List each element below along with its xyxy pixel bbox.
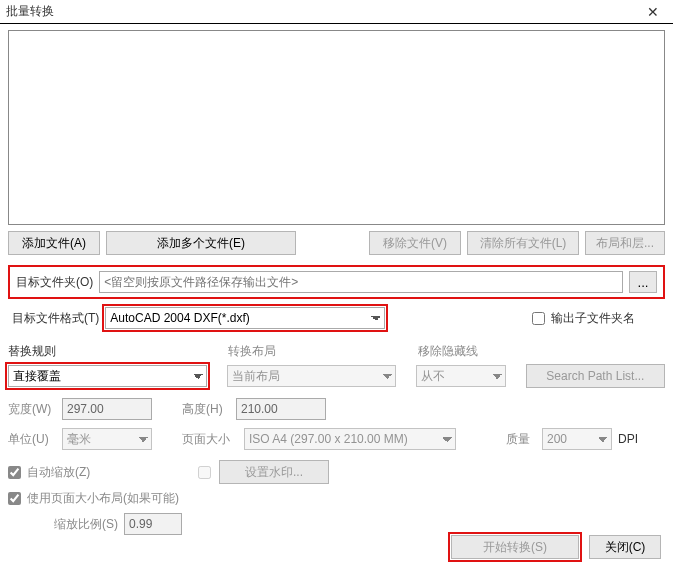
convert-layout-select: 当前布局 — [227, 365, 396, 387]
convert-layout-label: 转换布局 — [228, 344, 276, 358]
height-label: 高度(H) — [182, 401, 230, 418]
search-path-button[interactable]: Search Path List... — [526, 364, 665, 388]
close-icon[interactable]: ✕ — [639, 4, 667, 20]
quality-label: 质量 — [506, 431, 536, 448]
dialog-body: 添加文件(A) 添加多个文件(E) 移除文件(V) 清除所有文件(L) 布局和层… — [0, 24, 673, 543]
target-format-select[interactable]: AutoCAD 2004 DXF(*.dxf) — [105, 307, 385, 329]
pagesize-select: ISO A4 (297.00 x 210.00 MM) — [244, 428, 456, 450]
clear-all-button[interactable]: 清除所有文件(L) — [467, 231, 579, 255]
unit-field: 单位(U) 毫米 — [8, 428, 152, 450]
window-title: 批量转换 — [6, 3, 54, 20]
file-toolbar: 添加文件(A) 添加多个文件(E) 移除文件(V) 清除所有文件(L) 布局和层… — [8, 231, 665, 255]
width-field: 宽度(W) — [8, 398, 152, 420]
scale-ratio-label: 缩放比例(S) — [54, 516, 118, 533]
use-page-layout-checkbox[interactable] — [8, 492, 21, 505]
pagesize-label: 页面大小 — [182, 431, 238, 448]
output-subfolder-label: 输出子文件夹名 — [551, 310, 635, 327]
auto-scale-checkbox[interactable] — [8, 466, 21, 479]
add-multi-files-button[interactable]: 添加多个文件(E) — [106, 231, 296, 255]
options-row-2: 使用页面大小布局(如果可能) — [8, 490, 665, 507]
target-format-label: 目标文件格式(T) — [12, 310, 99, 327]
layout-layer-button[interactable]: 布局和层... — [585, 231, 665, 255]
scale-ratio-row: 缩放比例(S) — [8, 513, 665, 535]
unit-select: 毫米 — [62, 428, 152, 450]
set-watermark-button[interactable]: 设置水印... — [219, 460, 329, 484]
scale-ratio-input — [124, 513, 182, 535]
auto-scale-field[interactable]: 自动缩放(Z) — [8, 464, 168, 481]
unit-label: 单位(U) — [8, 431, 56, 448]
rules-header-row: 替换规则 转换布局 移除隐藏线 — [8, 343, 665, 360]
height-field: 高度(H) — [182, 398, 326, 420]
auto-scale-label: 自动缩放(Z) — [27, 464, 90, 481]
hide-lines-select: 从不 — [416, 365, 506, 387]
dims-row-2: 单位(U) 毫米 页面大小 ISO A4 (297.00 x 210.00 MM… — [8, 428, 665, 450]
remove-file-button[interactable]: 移除文件(V) — [369, 231, 461, 255]
width-label: 宽度(W) — [8, 401, 56, 418]
target-format-row: 目标文件格式(T) AutoCAD 2004 DXF(*.dxf) 输出子文件夹… — [8, 307, 665, 329]
width-input — [62, 398, 152, 420]
replace-rule-select[interactable]: 直接覆盖 — [8, 365, 207, 387]
height-input — [236, 398, 326, 420]
quality-field: 质量 200 DPI — [506, 428, 666, 450]
target-folder-label: 目标文件夹(O) — [16, 274, 93, 291]
dpi-label: DPI — [618, 432, 666, 446]
footer: 开始转换(S) 关闭(C) — [451, 535, 661, 559]
replace-rule-label: 替换规则 — [8, 344, 56, 358]
watermark-checkbox — [198, 466, 211, 479]
dims-row-1: 宽度(W) 高度(H) — [8, 398, 665, 420]
add-file-button[interactable]: 添加文件(A) — [8, 231, 100, 255]
pagesize-field: 页面大小 ISO A4 (297.00 x 210.00 MM) — [182, 428, 456, 450]
browse-folder-button[interactable]: ... — [629, 271, 657, 293]
rules-row: 直接覆盖 当前布局 从不 Search Path List... — [8, 364, 665, 388]
file-list[interactable] — [8, 30, 665, 225]
titlebar: 批量转换 ✕ — [0, 0, 673, 24]
output-subfolder-field[interactable]: 输出子文件夹名 — [532, 310, 635, 327]
use-page-layout-label: 使用页面大小布局(如果可能) — [27, 490, 179, 507]
options-row-1: 自动缩放(Z) 设置水印... — [8, 460, 665, 484]
hide-lines-label: 移除隐藏线 — [418, 344, 478, 358]
use-page-layout-field[interactable]: 使用页面大小布局(如果可能) — [8, 490, 179, 507]
start-convert-button[interactable]: 开始转换(S) — [451, 535, 579, 559]
quality-select: 200 — [542, 428, 612, 450]
close-button[interactable]: 关闭(C) — [589, 535, 661, 559]
output-subfolder-checkbox[interactable] — [532, 312, 545, 325]
target-folder-row: 目标文件夹(O) ... — [8, 265, 665, 299]
target-folder-input[interactable] — [99, 271, 623, 293]
